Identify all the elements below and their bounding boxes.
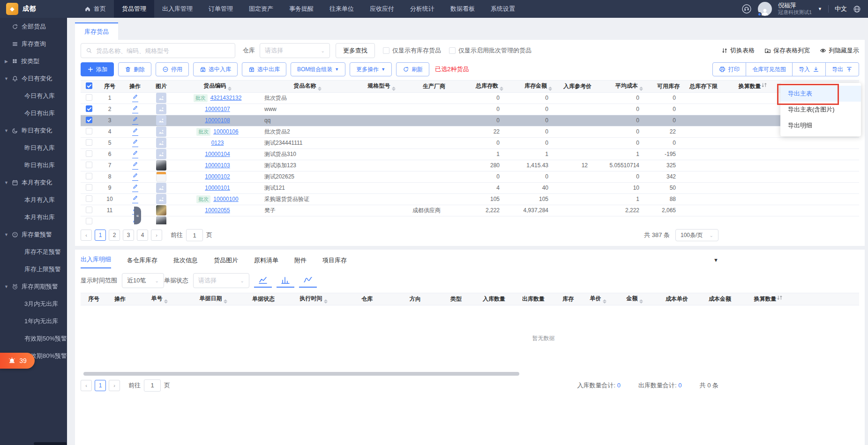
column-header[interactable]: 总库存数 xyxy=(459,81,506,92)
column-header[interactable]: 金额 xyxy=(613,293,656,305)
column-header[interactable]: 单号 xyxy=(133,293,186,305)
edit-icon[interactable] xyxy=(132,150,138,158)
goods-thumbnail[interactable] xyxy=(156,126,166,137)
edit-icon[interactable] xyxy=(132,105,138,113)
sidebar-item-4[interactable]: 今日有入库 xyxy=(0,87,67,104)
nav-item-7[interactable]: 应收应付 xyxy=(362,0,402,18)
goods-thumbnail[interactable] xyxy=(156,160,166,171)
export-menu-item-2[interactable]: 导出明细 xyxy=(780,118,861,134)
tool-2[interactable]: 列隐藏显示 xyxy=(820,46,859,55)
detail-tab-5[interactable]: 附件 xyxy=(294,256,307,268)
row-checkbox[interactable] xyxy=(86,218,92,224)
sidebar-item-15[interactable]: ▼库存周期预警 xyxy=(0,278,67,295)
goods-code-link[interactable]: 4321432132 xyxy=(210,95,242,101)
column-header[interactable]: 单据日期 xyxy=(186,293,241,305)
sidebar-item-0[interactable]: 全部货品 xyxy=(0,18,67,35)
action-button-4[interactable]: 选中出库 xyxy=(242,62,286,76)
panel-collapse-icon[interactable]: ▼ xyxy=(713,257,718,263)
goto-page-input[interactable] xyxy=(144,379,161,392)
edit-icon[interactable] xyxy=(132,116,138,125)
tab-stock-goods[interactable]: 库存货品 xyxy=(75,22,118,40)
goods-thumbnail[interactable] xyxy=(156,183,166,193)
bar-chart-button[interactable] xyxy=(277,274,294,288)
row-checkbox[interactable] xyxy=(86,128,92,134)
sidebar-item-10[interactable]: 本月有入库 xyxy=(0,191,67,208)
sidebar-item-12[interactable]: ▼库存量预警 xyxy=(0,226,67,243)
action-button-0[interactable]: 添加 xyxy=(81,62,114,76)
goods-thumbnail[interactable] xyxy=(156,138,166,148)
page-button-1[interactable]: 1 xyxy=(95,380,106,391)
goods-thumbnail[interactable] xyxy=(156,149,166,159)
column-header[interactable]: 货品编码 xyxy=(174,81,261,92)
goods-thumbnail[interactable] xyxy=(156,194,166,204)
right-action-2[interactable]: 导入 xyxy=(792,63,825,76)
edit-icon[interactable] xyxy=(132,94,138,102)
edit-icon[interactable] xyxy=(132,184,138,192)
sidebar-scrollbar[interactable] xyxy=(34,442,67,445)
column-header[interactable]: 单价 xyxy=(583,293,613,305)
action-button-6[interactable]: 更多操作▼ xyxy=(350,62,392,76)
sidebar-item-7[interactable]: 昨日有入库 xyxy=(0,139,67,156)
language-switcher[interactable]: 中文 xyxy=(835,5,847,13)
right-action-1[interactable]: 仓库可见范围 xyxy=(746,63,792,76)
sidebar-item-8[interactable]: 昨日有出库 xyxy=(0,156,67,174)
row-checkbox[interactable] xyxy=(86,94,92,101)
action-button-1[interactable]: 删除 xyxy=(118,62,151,76)
sidebar-item-11[interactable]: 本月有出库 xyxy=(0,208,67,226)
goods-thumbnail[interactable] xyxy=(156,93,166,103)
detail-tab-2[interactable]: 批次信息 xyxy=(173,256,198,268)
detail-tab-4[interactable]: 原料清单 xyxy=(254,256,278,268)
column-header[interactable]: 库存金额 xyxy=(506,81,555,92)
user-info[interactable]: 倪福萍 冠唐科技测试1 xyxy=(778,2,812,16)
avatar[interactable] xyxy=(758,2,772,16)
row-checkbox[interactable] xyxy=(86,105,92,112)
sidebar-item-1[interactable]: 库存查询 xyxy=(0,35,67,52)
column-header[interactable]: 货品名称 xyxy=(261,81,354,92)
goods-thumbnail[interactable] xyxy=(156,205,166,215)
nav-item-8[interactable]: 分析统计 xyxy=(402,0,442,18)
row-checkbox[interactable] xyxy=(86,207,92,213)
sidebar-item-3[interactable]: ▼今日有变化 xyxy=(0,70,67,87)
detail-tab-0[interactable]: 出入库明细 xyxy=(81,255,111,268)
goods-code-link[interactable]: 10002055 xyxy=(205,207,230,214)
export-menu-item-1[interactable]: 导出主表(含图片) xyxy=(780,102,861,118)
sidebar-item-17[interactable]: 1年内无出库 xyxy=(0,312,67,330)
goods-code-link[interactable]: 10000101 xyxy=(205,185,230,191)
nav-item-10[interactable]: 系统设置 xyxy=(483,0,523,18)
action-button-5[interactable]: BOM组合组装▼ xyxy=(291,62,345,76)
goods-code-link[interactable]: 10000104 xyxy=(205,151,230,157)
goods-thumbnail[interactable] xyxy=(156,216,166,224)
horizontal-scrollbar[interactable] xyxy=(83,372,519,376)
nav-item-6[interactable]: 往来单位 xyxy=(322,0,362,18)
more-search-button[interactable]: 更多查找 xyxy=(336,43,375,58)
tool-0[interactable]: 切换表格 xyxy=(721,46,755,55)
sidebar-item-6[interactable]: ▼昨日有变化 xyxy=(0,122,67,139)
globe-icon[interactable] xyxy=(853,5,861,13)
goto-page-input[interactable] xyxy=(186,229,203,241)
detail-tab-3[interactable]: 货品图片 xyxy=(214,256,238,268)
user-caret-icon[interactable]: ▼ xyxy=(818,7,822,11)
sidebar-item-2[interactable]: ▶按类型 xyxy=(0,52,67,70)
nav-item-5[interactable]: 事务提醒 xyxy=(281,0,322,18)
sidebar-item-9[interactable]: ▼本月有变化 xyxy=(0,174,67,191)
checkbox[interactable] xyxy=(449,47,456,54)
goods-code-link[interactable]: 0123 xyxy=(211,140,224,146)
right-action-0[interactable]: 打印 xyxy=(713,63,746,76)
column-header[interactable]: 平均成本 xyxy=(594,81,646,92)
goods-code-link[interactable]: 10000100 xyxy=(213,196,238,202)
row-checkbox[interactable] xyxy=(86,162,92,168)
edit-icon[interactable] xyxy=(132,172,138,181)
warehouse-select[interactable]: 请选择⌄ xyxy=(260,43,330,58)
goods-thumbnail[interactable] xyxy=(156,104,166,114)
action-button-3[interactable]: 选中入库 xyxy=(193,62,238,76)
detail-tab-6[interactable]: 项目库存 xyxy=(322,256,347,268)
goods-code-link[interactable]: 10000106 xyxy=(213,128,238,135)
page-button-2[interactable]: 2 xyxy=(109,230,120,241)
action-button-2[interactable]: 停用 xyxy=(156,62,189,76)
row-checkbox[interactable] xyxy=(86,173,92,179)
row-checkbox[interactable] xyxy=(86,184,92,191)
line-chart-button[interactable] xyxy=(254,274,272,288)
filter-has-stock[interactable]: 仅显示有库存货品 xyxy=(383,46,441,55)
page-button-3[interactable]: 3 xyxy=(123,230,134,241)
goods-code-link[interactable]: 10000102 xyxy=(205,173,230,180)
